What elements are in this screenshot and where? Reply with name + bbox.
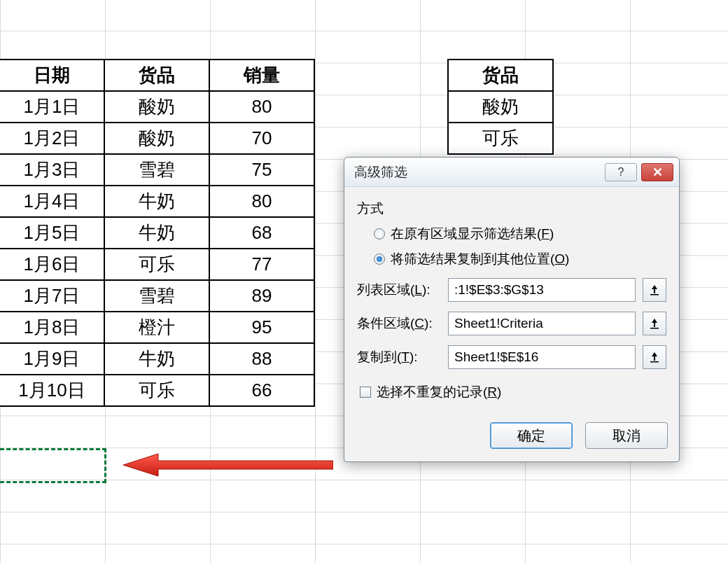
cell[interactable]: 1月8日 (0, 312, 104, 343)
radio-icon (374, 253, 385, 265)
cell[interactable]: 80 (209, 186, 314, 217)
cell[interactable]: 牛奶 (104, 343, 209, 375)
cell[interactable]: 雪碧 (104, 280, 209, 312)
criteria-range-input[interactable] (448, 312, 636, 335)
criteria-header[interactable]: 货品 (448, 60, 553, 91)
list-range-label: 列表区域(L): (357, 281, 441, 299)
table-row: 1月4日牛奶80 (0, 186, 314, 217)
cell[interactable]: 可乐 (448, 123, 553, 154)
copy-to-range-picker-button[interactable] (643, 345, 666, 369)
range-select-icon (648, 284, 661, 296)
list-range-row: 列表区域(L): (357, 278, 666, 302)
cell[interactable]: 68 (209, 217, 314, 249)
col-header-date[interactable]: 日期 (0, 60, 104, 91)
svg-rect-3 (650, 361, 659, 363)
unique-records-checkbox[interactable]: 选择不重复的记录(R) (360, 383, 666, 401)
cancel-button[interactable]: 取消 (585, 422, 668, 449)
cell[interactable]: 1月2日 (0, 123, 104, 154)
table-row: 可乐 (448, 123, 553, 154)
method-section-label: 方式 (357, 200, 666, 218)
svg-rect-2 (650, 328, 659, 329)
radio-icon (374, 228, 385, 239)
cell[interactable]: 可乐 (104, 375, 209, 406)
cell[interactable]: 橙汁 (104, 312, 209, 343)
copy-to-row: 复制到(T): (357, 345, 666, 369)
table-header-row: 日期 货品 销量 (0, 60, 314, 91)
cell[interactable]: 75 (209, 154, 314, 186)
list-range-picker-button[interactable] (643, 278, 666, 302)
col-header-sales[interactable]: 销量 (209, 60, 314, 91)
help-button[interactable]: ? (605, 163, 637, 181)
cell[interactable]: 1月3日 (0, 154, 104, 186)
table-row: 1月6日可乐77 (0, 249, 314, 280)
checkbox-icon (360, 387, 371, 398)
dialog-title: 高级筛选 (354, 163, 605, 181)
col-header-product[interactable]: 货品 (104, 60, 209, 91)
table-row: 1月10日可乐66 (0, 375, 314, 406)
criteria-range-picker-button[interactable] (643, 312, 666, 335)
range-select-icon (648, 351, 661, 363)
criteria-range-row: 条件区域(C): (357, 312, 666, 335)
range-select-icon (648, 317, 661, 330)
cell[interactable]: 88 (209, 343, 314, 375)
cell[interactable]: 1月1日 (0, 91, 104, 123)
cell[interactable]: 1月4日 (0, 186, 104, 217)
ok-button[interactable]: 确定 (490, 422, 573, 449)
copy-to-input[interactable] (448, 345, 636, 369)
radio-label: 将筛选结果复制到其他位置(O) (391, 250, 569, 268)
table-row: 酸奶 (448, 91, 553, 123)
cell[interactable]: 可乐 (104, 249, 209, 280)
table-row: 1月1日酸奶80 (0, 91, 314, 123)
cell[interactable]: 77 (209, 249, 314, 280)
checkbox-label: 选择不重复的记录(R) (377, 383, 501, 401)
list-range-input[interactable] (448, 278, 636, 302)
table-row: 1月9日牛奶88 (0, 343, 314, 375)
cell[interactable]: 酸奶 (104, 123, 209, 154)
criteria-table: 货品 酸奶可乐 (447, 59, 554, 155)
criteria-range-label: 条件区域(C): (357, 314, 441, 333)
cell[interactable]: 1月5日 (0, 217, 104, 249)
cell[interactable]: 牛奶 (104, 217, 209, 249)
dialog-titlebar[interactable]: 高级筛选 ? ✕ (344, 158, 679, 187)
cell[interactable]: 1月10日 (0, 375, 104, 406)
table-row: 1月5日牛奶68 (0, 217, 314, 249)
close-button[interactable]: ✕ (641, 163, 673, 181)
cell[interactable]: 66 (209, 375, 314, 406)
cell[interactable]: 1月7日 (0, 280, 104, 312)
copy-to-label: 复制到(T): (357, 348, 441, 366)
cell[interactable]: 1月6日 (0, 249, 104, 280)
cell[interactable]: 牛奶 (104, 186, 209, 217)
radio-filter-inplace[interactable]: 在原有区域显示筛选结果(F) (374, 225, 666, 243)
table-row: 1月7日雪碧89 (0, 280, 314, 312)
cell[interactable]: 1月9日 (0, 343, 104, 375)
cell[interactable]: 70 (209, 123, 314, 154)
cell[interactable]: 80 (209, 91, 314, 123)
table-row: 1月8日橙汁95 (0, 312, 314, 343)
cell[interactable]: 酸奶 (104, 91, 209, 123)
cell[interactable]: 89 (209, 280, 314, 312)
table-row: 1月2日酸奶70 (0, 123, 314, 154)
radio-label: 在原有区域显示筛选结果(F) (391, 225, 554, 243)
advanced-filter-dialog: 高级筛选 ? ✕ 方式 在原有区域显示筛选结果(F) 将筛选结果复制到其他位置(… (344, 157, 680, 462)
copy-to-selection-marquee (0, 448, 106, 483)
table-row: 1月3日雪碧75 (0, 154, 314, 186)
cell[interactable]: 雪碧 (104, 154, 209, 186)
cell[interactable]: 95 (209, 312, 314, 343)
svg-rect-1 (650, 294, 659, 296)
main-data-table: 日期 货品 销量 1月1日酸奶801月2日酸奶701月3日雪碧751月4日牛奶8… (0, 59, 315, 407)
cell[interactable]: 酸奶 (448, 91, 553, 123)
radio-copy-to-location[interactable]: 将筛选结果复制到其他位置(O) (374, 250, 666, 268)
